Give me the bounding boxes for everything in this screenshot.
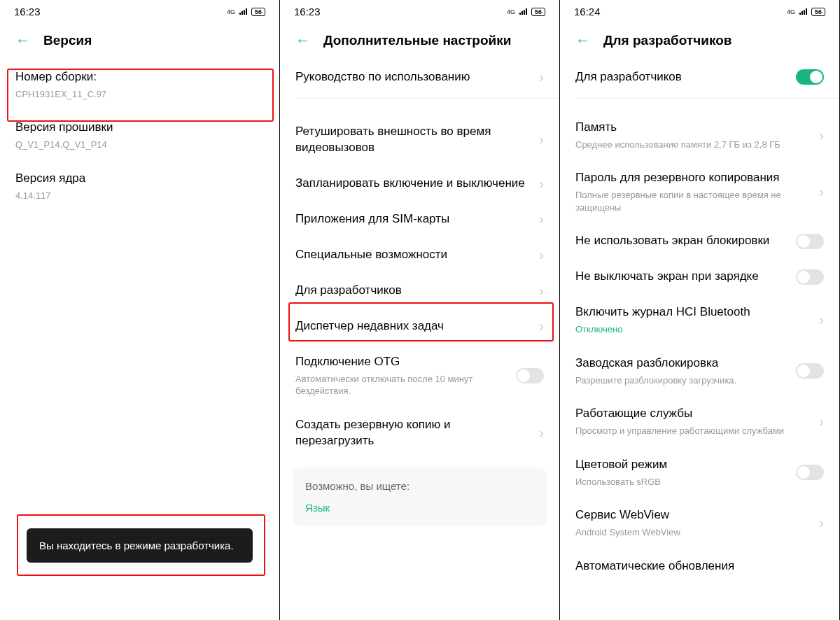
row-running-services[interactable]: Работающие службы Просмотр и управление …: [560, 396, 839, 446]
suggestion-title: Возможно, вы ищете:: [305, 480, 534, 492]
status-bar: 16:23 4G 56: [0, 0, 279, 20]
signal-icon: [519, 8, 527, 15]
toggle-oem-unlock[interactable]: [796, 363, 824, 379]
status-time: 16:23: [14, 6, 41, 17]
row-memory[interactable]: Память Среднее использование памяти 2,7 …: [560, 110, 839, 160]
chevron-right-icon: ›: [819, 515, 824, 531]
firmware-label: Версия прошивки: [15, 120, 257, 136]
divider: [295, 98, 559, 99]
label: Автоматические обновления: [575, 558, 817, 575]
label: Пароль для резервного копирования: [575, 170, 812, 186]
row-retouch[interactable]: Ретушировать внешность во время видеовыз…: [280, 114, 559, 166]
label: Создать резервную копию и перезагрузить: [295, 417, 532, 449]
row-skip-lock[interactable]: Не использовать экран блокировки: [560, 223, 839, 259]
divider: [575, 98, 839, 99]
row-backup-password[interactable]: Пароль для резервного копирования Полные…: [560, 160, 839, 223]
row-recent-tasks[interactable]: Диспетчер недавних задач ›: [280, 309, 559, 344]
sub: Android System WebView: [575, 526, 812, 539]
sub: Среднее использование памяти 2,7 ГБ из 2…: [575, 139, 812, 151]
chevron-right-icon: ›: [539, 69, 544, 85]
back-arrow-icon[interactable]: ←: [15, 33, 31, 48]
gap: [560, 101, 839, 110]
label: Сервис WebView: [575, 507, 812, 523]
row-kernel[interactable]: Версия ядра 4.14.117: [0, 161, 279, 211]
status-right: 4G 56: [227, 8, 265, 16]
status-right: 4G 56: [787, 8, 825, 16]
chevron-right-icon: ›: [539, 247, 544, 263]
screen-additional-settings: 16:23 4G 56 ← Дополнительные настройки Р…: [280, 0, 560, 620]
toggle-stay-awake[interactable]: [796, 269, 824, 285]
row-auto-updates[interactable]: Автоматические обновления: [560, 549, 839, 584]
row-color-mode[interactable]: Цветовой режим Использовать sRGB: [560, 447, 839, 498]
row-schedule-power[interactable]: Запланировать включение и выключение ›: [280, 166, 559, 202]
label: Не использовать экран блокировки: [575, 233, 789, 249]
label: Для разработчиков: [575, 69, 789, 85]
label: Подключение OTG: [295, 354, 509, 370]
back-arrow-icon[interactable]: ←: [575, 33, 591, 48]
sub: Разрешите разблокировку загрузчика.: [575, 374, 789, 387]
toggle-skip-lock[interactable]: [796, 234, 824, 249]
sub: Отключено: [575, 323, 812, 336]
battery-icon: 56: [531, 8, 545, 16]
toast-developer-mode: Вы находитесь в режиме разработчика.: [27, 528, 253, 563]
screen-developer-options: 16:24 4G 56 ← Для разработчиков Для разр…: [560, 0, 840, 620]
status-bar: 16:23 4G 56: [280, 0, 559, 20]
chevron-right-icon: ›: [819, 184, 824, 200]
toast-text: Вы находитесь в режиме разработчика.: [39, 540, 234, 551]
sub: Просмотр и управление работающими служба…: [575, 425, 812, 437]
label: Для разработчиков: [295, 283, 532, 299]
label: Руководство по использованию: [295, 69, 532, 85]
page-title: Дополнительные настройки: [323, 33, 511, 48]
status-right: 4G 56: [507, 8, 545, 16]
build-label: Номер сборки:: [15, 69, 257, 85]
row-otg[interactable]: Подключение OTG Автоматически отключать …: [280, 344, 559, 407]
label: Память: [575, 120, 812, 136]
label: Приложения для SIM-карты: [295, 211, 532, 227]
row-dev-toggle[interactable]: Для разработчиков: [560, 59, 839, 95]
signal-icon: [799, 8, 807, 15]
sub: Автоматически отключать после 10 минут б…: [295, 373, 509, 397]
kernel-label: Версия ядра: [15, 171, 257, 187]
label: Цветовой режим: [575, 457, 789, 473]
toggle-developer-mode[interactable]: [796, 69, 824, 85]
header: ← Версия: [0, 20, 279, 59]
chevron-right-icon: ›: [539, 211, 544, 227]
signal-icon: [239, 8, 247, 15]
header: ← Дополнительные настройки: [280, 20, 559, 59]
label: Заводская разблокировка: [575, 355, 789, 372]
chevron-right-icon: ›: [539, 283, 544, 299]
label: Работающие службы: [575, 406, 812, 422]
label: Диспетчер недавних задач: [295, 318, 532, 334]
network-label: 4G: [227, 8, 235, 15]
page-title: Версия: [43, 33, 92, 48]
label: Ретушировать внешность во время видеовыз…: [295, 124, 532, 156]
chevron-right-icon: ›: [539, 132, 544, 148]
build-value: CPH1931EX_11_C.97: [15, 88, 257, 101]
suggestion-card: Возможно, вы ищете: Язык: [293, 467, 547, 526]
row-webview[interactable]: Сервис WebView Android System WebView ›: [560, 498, 839, 548]
row-backup-reset[interactable]: Создать резервную копию и перезагрузить …: [280, 407, 559, 459]
row-developer-options[interactable]: Для разработчиков ›: [280, 273, 559, 309]
chevron-right-icon: ›: [819, 127, 824, 143]
row-hci-log[interactable]: Включить журнал HCI Bluetooth Отключено …: [560, 295, 839, 345]
status-time: 16:23: [294, 6, 321, 17]
battery-icon: 56: [811, 8, 825, 16]
toggle-color-mode[interactable]: [796, 465, 824, 480]
kernel-value: 4.14.117: [15, 190, 257, 202]
gap: [280, 101, 559, 114]
toggle-otg[interactable]: [516, 368, 544, 383]
row-accessibility[interactable]: Специальные возможности ›: [280, 237, 559, 273]
row-stay-awake[interactable]: Не выключать экран при зарядке: [560, 259, 839, 295]
row-oem-unlock[interactable]: Заводская разблокировка Разрешите разбло…: [560, 346, 839, 396]
chevron-right-icon: ›: [539, 318, 544, 334]
row-user-guide[interactable]: Руководство по использованию ›: [280, 59, 559, 95]
label: Специальные возможности: [295, 247, 532, 263]
page-title: Для разработчиков: [603, 33, 732, 48]
row-build-number[interactable]: Номер сборки: CPH1931EX_11_C.97: [0, 59, 279, 110]
row-firmware[interactable]: Версия прошивки Q_V1_P14,Q_V1_P14: [0, 110, 279, 160]
sub: Полные резервные копии в настоящее время…: [575, 189, 812, 213]
back-arrow-icon[interactable]: ←: [295, 33, 311, 48]
row-sim-apps[interactable]: Приложения для SIM-карты ›: [280, 202, 559, 237]
suggestion-link-language[interactable]: Язык: [305, 502, 534, 514]
status-bar: 16:24 4G 56: [560, 0, 839, 20]
